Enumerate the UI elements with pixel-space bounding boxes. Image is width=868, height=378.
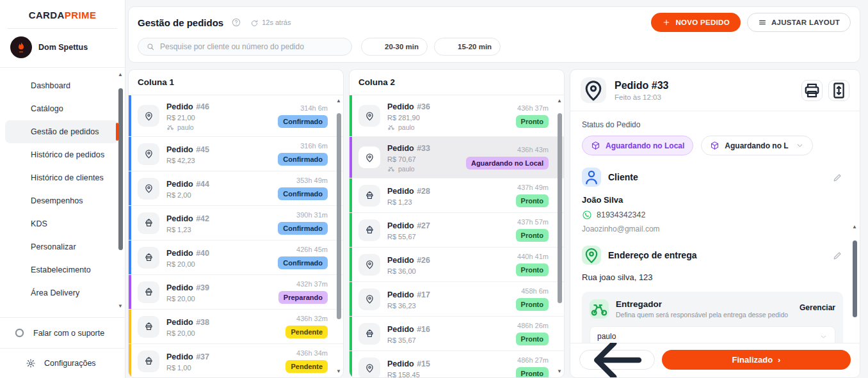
order-card-16[interactable]: Pedido #16R$ 35,67486h 26mPronto	[350, 317, 564, 351]
scroll-up-icon[interactable]: ▲	[336, 98, 341, 104]
help-icon[interactable]	[231, 17, 241, 28]
scroll-down-icon[interactable]: ▼	[557, 368, 562, 375]
gear-icon	[26, 358, 36, 368]
address-section-header: Endereço de entrega	[582, 246, 843, 265]
sidebar-item-gestao-de-pedidos[interactable]: Gestão de pedidos	[5, 120, 118, 143]
order-card-36[interactable]: Pedido #36R$ 281,90paulo436h 37mPronto	[350, 95, 564, 137]
order-card-44[interactable]: Pedido #44R$ 2,00353h 49mConfirmado	[129, 171, 343, 206]
main-area: Gestão de pedidos 12s atrás NOVO PEDIDO …	[125, 0, 868, 378]
cutlery-icon	[370, 42, 380, 52]
delivery-pin-iconbox	[358, 254, 380, 276]
status-dropdown[interactable]: Aguardando no L	[701, 136, 812, 155]
order-price: R$ 20,00	[166, 329, 209, 337]
bike-icon	[387, 165, 395, 173]
column-title: Coluna 2	[350, 70, 564, 95]
sidebar-item-label: Histórico de pedidos	[31, 150, 104, 159]
bag-icon	[143, 356, 154, 366]
bike-icon	[387, 123, 395, 131]
order-type-iconbox	[581, 77, 606, 103]
order-card-28[interactable]: Pedido #28R$ 1,23437h 49mPronto	[350, 178, 564, 213]
order-card-33[interactable]: Pedido #33R$ 70,67paulo436h 43mAguardand…	[350, 137, 564, 178]
time-chip-1[interactable]: 20-30 min	[361, 38, 428, 56]
client-name: João Silva	[582, 195, 843, 205]
courier-select-value: paulo	[597, 332, 616, 341]
column2-scrollbar[interactable]: ▲ ▼	[556, 98, 563, 375]
manage-courier-button[interactable]: Gerenciar	[800, 299, 835, 312]
brush-icon	[12, 242, 22, 253]
order-card-40[interactable]: Pedido #40R$ 20,00426h 45mConfirmado	[129, 240, 343, 275]
order-card-26[interactable]: Pedido #26R$ 36,00440h 41mPronto	[350, 248, 564, 282]
order-card-45[interactable]: Pedido #45R$ 42,23316h 6mConfirmado	[129, 137, 343, 171]
edit-client-icon[interactable]	[832, 172, 843, 183]
scroll-down-icon[interactable]: ▼	[336, 368, 341, 375]
person-icon	[582, 168, 601, 187]
sidebar-item-historico-de-pedidos[interactable]: Histórico de pedidos	[5, 143, 118, 166]
scrollbar-thumb[interactable]	[118, 88, 123, 250]
order-status-badge: Pronto	[516, 194, 549, 207]
order-elapsed-time: 486h 27m	[516, 356, 549, 364]
order-status-badge: Confirmado	[278, 256, 328, 269]
sidebar-item-desempenhos[interactable]: Desempenhos	[5, 189, 118, 212]
detail-order-time: Feito às 12:03	[615, 93, 668, 101]
sidebar-item-historico-de-clientes[interactable]: Histórico de clientes	[5, 166, 118, 189]
bag-icon	[364, 224, 375, 235]
sidebar-item-estabelecimento[interactable]: Estabelecimento	[5, 258, 118, 281]
edit-address-icon[interactable]	[832, 250, 843, 261]
pin-icon	[364, 111, 375, 122]
pin-icon	[364, 294, 375, 304]
finish-button[interactable]: Finalizado ›	[662, 350, 851, 370]
order-number: #27	[417, 221, 430, 230]
sidebar-item-catalogo[interactable]: Catálogo	[5, 97, 118, 120]
scroll-up-icon[interactable]: ▲	[852, 224, 857, 230]
client-phone-row[interactable]: 81934342342	[582, 210, 843, 220]
order-card-27[interactable]: Pedido #27R$ 55,67437h 57mPronto	[350, 213, 564, 248]
pin-icon	[364, 152, 375, 163]
scrollbar-thumb[interactable]	[853, 240, 857, 317]
delivery-pin-iconbox	[358, 146, 380, 168]
order-elapsed-time: 314h 6m	[278, 104, 328, 112]
search-box	[138, 38, 352, 56]
sidebar-item-label: Histórico de clientes	[31, 173, 104, 182]
adjust-layout-label: AJUSTAR LAYOUT	[771, 19, 840, 26]
sidebar-item-area-delivery[interactable]: Área Delivery	[5, 281, 118, 304]
refresh-icon[interactable]	[250, 19, 259, 27]
back-button[interactable]	[579, 350, 655, 370]
sidebar-item-kds[interactable]: KDS	[5, 212, 118, 235]
receipt-button[interactable]	[828, 80, 849, 101]
order-elapsed-time: 436h 37m	[516, 104, 549, 112]
sidebar-item-settings[interactable]: Configurações	[0, 349, 125, 378]
user-profile[interactable]: Dom Spettus	[0, 29, 125, 67]
scrollbar-thumb[interactable]	[558, 113, 562, 303]
print-button[interactable]	[801, 80, 823, 101]
order-title: Pedido	[166, 283, 193, 292]
order-card-17[interactable]: Pedido #17R$ 36,23458h 6mPronto	[350, 282, 564, 317]
sidebar-item-dashboard[interactable]: Dashboard	[5, 74, 118, 97]
panel-scrollbar[interactable]: ▲ ▼	[851, 224, 858, 343]
order-card-42[interactable]: Pedido #42R$ 1,23390h 31mConfirmado	[129, 206, 343, 240]
scroll-up-icon[interactable]: ▲	[118, 72, 123, 78]
scroll-down-icon[interactable]: ▼	[118, 303, 123, 310]
order-elapsed-time: 437h 49m	[516, 184, 549, 191]
order-card-37[interactable]: Pedido #37R$ 1,00436h 34mPendente	[129, 344, 343, 377]
sidebar-item-support[interactable]: Falar com o suporte	[0, 318, 125, 348]
person-icon	[12, 173, 22, 184]
order-card-15[interactable]: Pedido #15R$ 158,45486h 27mPronto	[350, 351, 564, 377]
column1-scrollbar[interactable]: ▲ ▼	[335, 98, 342, 375]
search-input[interactable]	[160, 42, 344, 51]
courier-select[interactable]: paulo	[590, 326, 835, 343]
new-order-button[interactable]: NOVO PEDIDO	[651, 13, 740, 32]
scrollbar-thumb[interactable]	[337, 113, 341, 319]
scroll-up-icon[interactable]: ▲	[557, 98, 562, 104]
order-card-46[interactable]: Pedido #46R$ 21,00paulo314h 6mConfirmado	[129, 95, 343, 137]
adjust-layout-button[interactable]: AJUSTAR LAYOUT	[747, 13, 851, 32]
order-price: R$ 36,00	[387, 267, 430, 275]
sidebar-scrollbar[interactable]: ▲ ▼	[117, 72, 124, 310]
sidebar-item-personalizar[interactable]: Personalizar	[5, 235, 118, 258]
order-title: Pedido	[166, 352, 193, 361]
order-status-badge: Pronto	[516, 298, 549, 311]
order-card-38[interactable]: Pedido #38R$ 20,00436h 32mPendente	[129, 310, 343, 344]
finish-label: Finalizado	[732, 355, 773, 365]
order-card-39[interactable]: Pedido #39R$ 20,00432h 37mPreparando	[129, 275, 343, 310]
status-badge[interactable]: Aguardando no Local	[582, 136, 693, 155]
time-chip-2[interactable]: 15-20 min	[434, 38, 501, 56]
